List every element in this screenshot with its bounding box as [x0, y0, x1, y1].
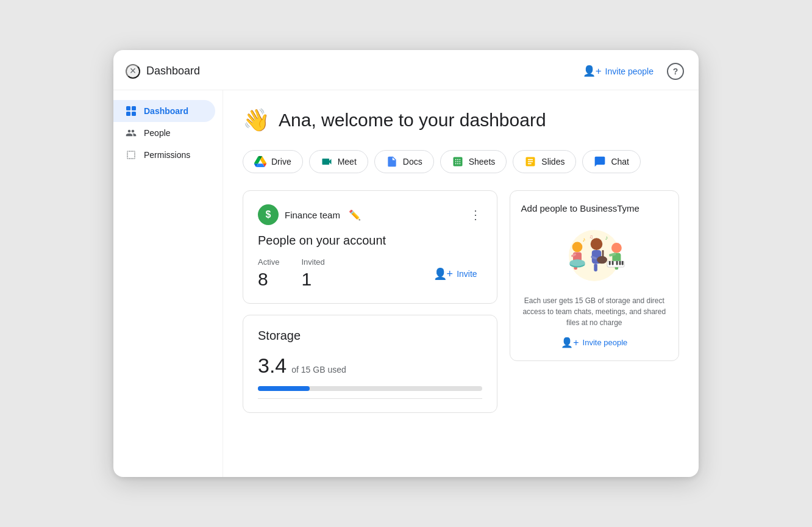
welcome-text: Ana, welcome to your dashboard	[279, 110, 546, 131]
app-button-sheets[interactable]: Sheets	[440, 150, 507, 173]
header: × Dashboard 👤+ Invite people ?	[113, 50, 699, 90]
svg-point-11	[590, 238, 602, 250]
people-card-header: $ Finance team ✏️ ⋮	[258, 204, 482, 225]
active-count: 8	[258, 269, 279, 290]
storage-amount: 3.4 of 15 GB used	[258, 354, 482, 378]
svg-point-17	[611, 243, 622, 253]
add-invite-people-button[interactable]: 👤+ Invite people	[561, 337, 627, 348]
svg-text:♫: ♫	[589, 234, 593, 240]
svg-rect-2	[126, 112, 130, 116]
app-label-docs: Docs	[403, 157, 422, 167]
app-button-slides[interactable]: Slides	[513, 150, 576, 173]
svg-point-13	[597, 256, 607, 264]
close-button[interactable]: ×	[126, 64, 140, 79]
invited-stat: Invited 1	[301, 257, 324, 290]
app-label-sheets: Sheets	[469, 157, 496, 167]
invite-people-label: Invite people	[605, 66, 654, 76]
right-card: Add people to BusinessTyme	[510, 190, 679, 361]
app-button-docs[interactable]: Docs	[374, 150, 434, 173]
sidebar-item-dashboard[interactable]: Dashboard	[113, 100, 215, 122]
svg-text:♪: ♪	[582, 236, 585, 243]
content-area: 👋 Ana, welcome to your dashboard	[223, 90, 699, 477]
team-info: $ Finance team ✏️	[258, 204, 361, 225]
team-icon: $	[258, 204, 279, 225]
help-button[interactable]: ?	[667, 63, 684, 80]
add-person-icon: 👤+	[583, 65, 602, 77]
left-cards: $ Finance team ✏️ ⋮ People on your accou…	[243, 190, 497, 413]
add-invite-label: Invite people	[583, 338, 628, 347]
app-label-drive: Drive	[271, 157, 291, 167]
svg-rect-0	[126, 106, 130, 110]
team-name: Finance team	[285, 210, 340, 220]
add-people-title: Add people to BusinessTyme	[521, 203, 668, 213]
svg-rect-3	[132, 112, 136, 116]
storage-amount-num: 3.4	[258, 354, 287, 378]
sidebar: Dashboard People Permissions	[113, 90, 223, 477]
storage-amount-detail: of 15 GB used	[291, 365, 346, 375]
app-label-slides: Slides	[541, 157, 564, 167]
more-options-icon[interactable]: ⋮	[469, 207, 482, 222]
people-icon	[124, 127, 138, 138]
svg-text:♪: ♪	[605, 234, 608, 241]
main-layout: Dashboard People Permissions	[113, 90, 699, 477]
people-card-title: People on your account	[258, 234, 482, 248]
dashboard-icon	[124, 106, 138, 117]
sidebar-item-people[interactable]: People	[113, 122, 215, 144]
inline-invite-button[interactable]: 👤+ Invite	[429, 264, 482, 284]
svg-point-10	[569, 259, 585, 266]
inline-add-person-icon: 👤+	[433, 267, 454, 281]
add-people-card: Add people to BusinessTyme	[510, 190, 679, 361]
add-people-description: Each user gets 15 GB of storage and dire…	[521, 295, 668, 328]
storage-divider	[258, 398, 482, 399]
app-label-meet: Meet	[338, 157, 357, 167]
active-stat: Active 8	[258, 257, 279, 290]
svg-rect-23	[609, 261, 611, 265]
storage-card: Storage 3.4 of 15 GB used	[243, 315, 497, 413]
app-buttons-row: Drive Meet Docs	[243, 150, 679, 173]
meet-icon	[321, 156, 333, 168]
edit-icon[interactable]: ✏️	[349, 209, 361, 221]
sidebar-item-label-dashboard: Dashboard	[144, 106, 188, 116]
main-window: × Dashboard 👤+ Invite people ?	[113, 50, 699, 477]
app-button-drive[interactable]: Drive	[243, 150, 303, 173]
app-button-chat[interactable]: Chat	[582, 150, 641, 173]
cards-row: $ Finance team ✏️ ⋮ People on your accou…	[243, 190, 679, 413]
svg-rect-25	[616, 261, 618, 265]
sidebar-item-label-people: People	[144, 128, 171, 138]
svg-rect-16	[594, 264, 597, 271]
invite-people-button[interactable]: 👤+ Invite people	[577, 61, 660, 81]
invited-count: 1	[301, 269, 324, 290]
permissions-icon	[124, 149, 138, 160]
active-label: Active	[258, 257, 279, 267]
slides-icon	[524, 156, 536, 168]
sheets-icon	[452, 156, 464, 168]
storage-title: Storage	[258, 329, 482, 343]
app-button-meet[interactable]: Meet	[309, 150, 368, 173]
app-label-chat: Chat	[611, 157, 629, 167]
drive-icon	[254, 156, 266, 168]
svg-point-5	[572, 242, 582, 253]
svg-rect-14	[602, 250, 604, 262]
header-actions: 👤+ Invite people ?	[577, 61, 684, 81]
invited-label: Invited	[301, 257, 324, 267]
band-illustration: ♪ ♫ ♪	[552, 222, 637, 289]
storage-bar-fill	[258, 386, 310, 391]
inline-invite-label: Invite	[457, 269, 477, 279]
storage-bar-background	[258, 386, 482, 391]
add-invite-icon: 👤+	[561, 337, 579, 348]
people-card: $ Finance team ✏️ ⋮ People on your accou…	[243, 190, 497, 304]
svg-rect-27	[622, 261, 624, 265]
window-title: Dashboard	[146, 65, 571, 77]
sidebar-item-permissions[interactable]: Permissions	[113, 144, 215, 166]
people-stats: Active 8 Invited 1 👤+ Invite	[258, 257, 482, 290]
svg-rect-24	[611, 261, 613, 265]
welcome-emoji: 👋	[243, 107, 270, 133]
welcome-heading: 👋 Ana, welcome to your dashboard	[243, 107, 679, 133]
svg-rect-1	[132, 106, 136, 110]
docs-icon	[386, 156, 398, 168]
chat-icon	[594, 156, 606, 168]
svg-rect-26	[619, 261, 621, 265]
sidebar-item-label-permissions: Permissions	[144, 150, 190, 160]
